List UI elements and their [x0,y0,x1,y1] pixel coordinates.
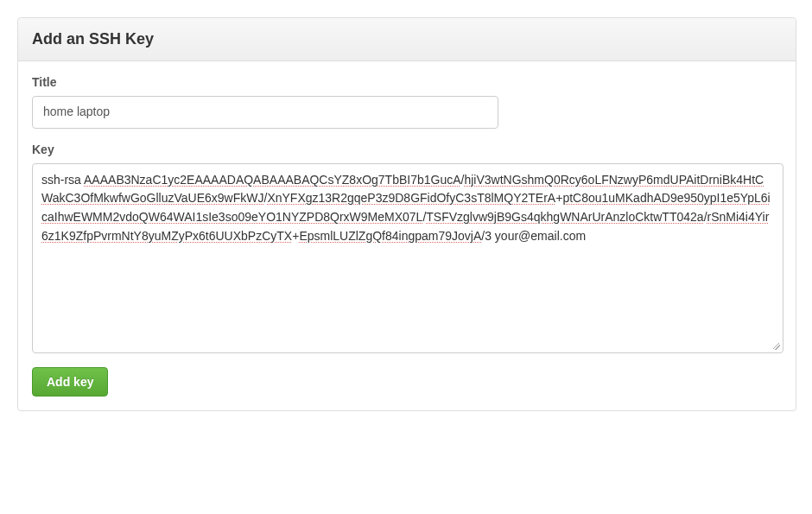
add-key-button[interactable]: Add key [32,367,108,397]
resize-handle-icon [771,340,781,351]
title-group: Title [32,75,782,129]
key-label: Key [32,143,782,156]
key-group: Key ssh-rsa AAAAB3NzaC1yc2EAAAADAQABAAAB… [32,143,782,353]
title-label: Title [32,75,782,89]
add-ssh-key-panel: Add an SSH Key Title Key ssh-rsa AAAAB3N… [17,17,796,411]
panel-body: Title Key ssh-rsa AAAAB3NzaC1yc2EAAAADAQ… [18,61,796,410]
key-textarea[interactable]: ssh-rsa AAAAB3NzaC1yc2EAAAADAQABAAABAQCs… [32,163,783,353]
panel-title: Add an SSH Key [32,30,782,48]
panel-header: Add an SSH Key [18,18,796,61]
title-input[interactable] [32,96,498,129]
